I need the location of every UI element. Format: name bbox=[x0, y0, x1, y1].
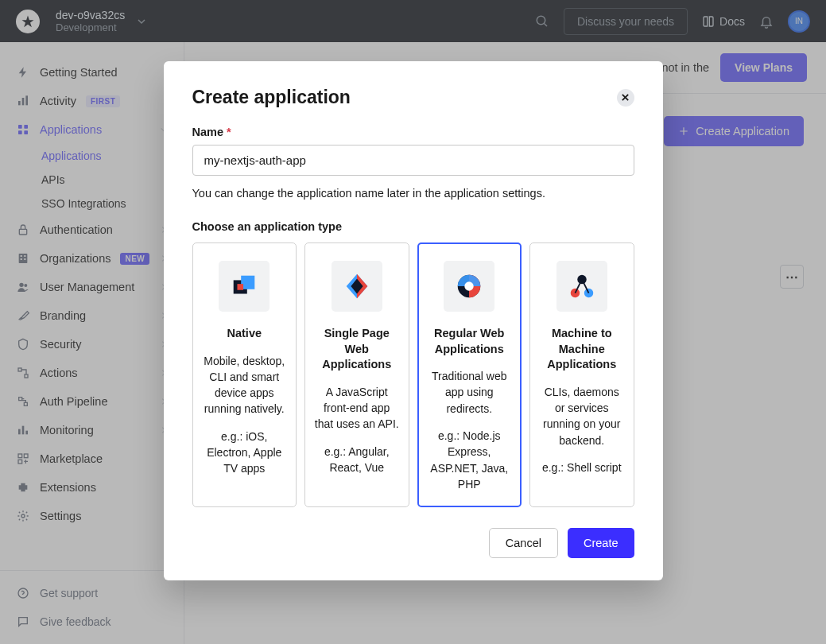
type-label: Choose an application type bbox=[192, 220, 634, 233]
svg-rect-29 bbox=[238, 284, 244, 290]
cancel-button[interactable]: Cancel bbox=[489, 528, 558, 558]
type-card-spa[interactable]: Single Page Web Applications A JavaScrip… bbox=[304, 242, 409, 507]
create-button[interactable]: Create bbox=[568, 528, 634, 558]
name-label: Name * bbox=[192, 126, 634, 138]
type-card-native[interactable]: Native Mobile, desktop, CLI and smart de… bbox=[192, 242, 297, 507]
create-application-modal: Create application Name * You can change… bbox=[164, 61, 663, 580]
type-card-regular-web[interactable]: Regular Web Applications Traditional web… bbox=[417, 242, 522, 507]
type-card-m2m[interactable]: Machine to Machine Applications CLIs, da… bbox=[529, 242, 634, 507]
modal-overlay: Create application Name * You can change… bbox=[0, 0, 826, 644]
spa-icon bbox=[332, 261, 382, 312]
close-icon bbox=[621, 93, 630, 102]
native-icon bbox=[219, 261, 270, 312]
modal-title: Create application bbox=[192, 87, 351, 108]
svg-point-31 bbox=[465, 281, 474, 290]
type-grid: Native Mobile, desktop, CLI and smart de… bbox=[192, 242, 634, 507]
close-button[interactable] bbox=[617, 89, 634, 107]
webapp-icon bbox=[444, 261, 494, 312]
modal-footer: Cancel Create bbox=[192, 528, 634, 558]
m2m-icon bbox=[556, 261, 607, 312]
name-hint: You can change the application name late… bbox=[192, 187, 634, 200]
name-input[interactable] bbox=[192, 145, 634, 176]
